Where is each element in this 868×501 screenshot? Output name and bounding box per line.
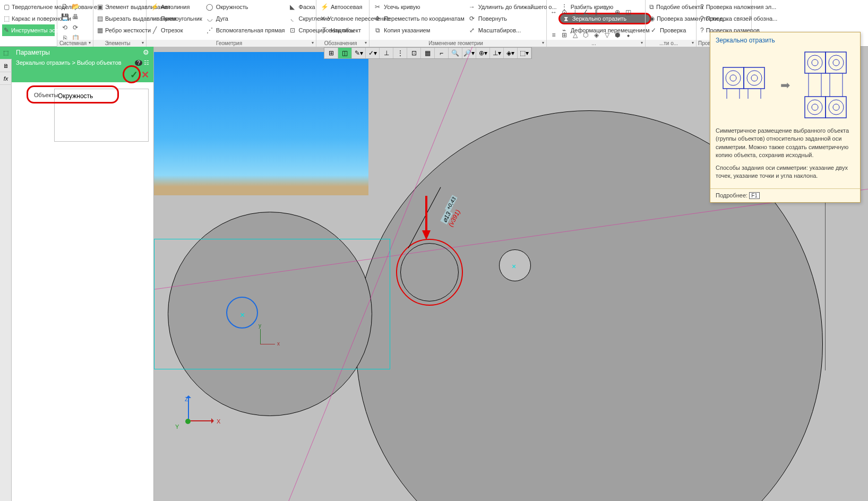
tb-13[interactable]: ⊥▾ (490, 48, 504, 58)
tb-3[interactable]: ✎▾ (352, 48, 366, 58)
tb-7[interactable]: ⊡ (407, 48, 421, 58)
tooltip-title: Зеркально отразить (710, 32, 860, 48)
svg-point-7 (751, 75, 758, 81)
svg-point-6 (747, 71, 762, 85)
tb-10[interactable]: 🔍 (449, 48, 462, 58)
solid-modeling-btn[interactable]: ▢Твердотельное моделирование (2, 1, 55, 13)
move-icon: ✥ (373, 14, 382, 23)
cut-extrude-btn[interactable]: ▤Вырезать выдавливанием (96, 13, 144, 24)
print-icon: 🖶 (72, 13, 79, 21)
open-btn[interactable]: 📂 (70, 1, 81, 12)
cancel-btn[interactable]: ✕ (141, 69, 149, 81)
link-check-btn[interactable]: ?Проверка связей обозна... (699, 13, 749, 24)
save-btn[interactable]: 💾 (59, 12, 70, 22)
rect-icon: ▭ (150, 14, 159, 23)
check-btn[interactable]: ✓Проверка (648, 24, 694, 36)
tb-1[interactable]: ⊞ (324, 48, 338, 58)
dim-icon: ⊙ (561, 8, 568, 16)
tree-tab[interactable]: 🗎 (0, 59, 12, 72)
dim4-btn[interactable]: ∠ (581, 1, 590, 23)
rectangle-btn[interactable]: ▭Прямоугольник (149, 13, 204, 24)
dim7-btn[interactable]: ⊕ (613, 1, 622, 23)
undo-btn[interactable]: ⟲ (59, 22, 70, 33)
extend-btn[interactable]: →Удлинить до ближайшего о... (466, 1, 558, 13)
print-btn[interactable]: 🖶 (70, 12, 81, 22)
tb-2[interactable]: ◫ (338, 48, 352, 58)
tb-4[interactable]: ✓▾ (366, 48, 380, 58)
copy-point-btn[interactable]: ⧉Копия указанием (372, 24, 466, 36)
redo-btn[interactable]: ⟳ (70, 22, 81, 33)
line-icon: ╱ (150, 26, 159, 34)
dim5-btn[interactable]: ∥ (591, 1, 601, 23)
rotate-btn[interactable]: ⟳Повернуть (466, 13, 558, 24)
rib-btn[interactable]: ▦Ребро жесткости (96, 24, 144, 36)
dim-icon: ↔ (551, 8, 557, 16)
new-btn[interactable]: 🗋 (59, 1, 70, 12)
fx-tab[interactable]: fx (0, 72, 12, 85)
extrude-btn[interactable]: ▣Элемент выдавливания (96, 1, 144, 13)
project-icon: ⊡ (288, 26, 297, 34)
tb-8[interactable]: ▦ (421, 48, 435, 58)
overlap-check-btn[interactable]: ?Проверка наложения эл... (699, 1, 749, 13)
tb-6[interactable]: ⋮ (393, 48, 407, 58)
sky-background (154, 52, 368, 195)
wireframe-btn[interactable]: ⬚Каркас и поверхности (2, 13, 55, 24)
dim-icon: ⊕ (614, 8, 621, 16)
move-coord-btn[interactable]: ✥Переместить по координатам (372, 13, 466, 24)
svg-point-26 (829, 100, 844, 115)
selected-circle-highlight (396, 239, 463, 306)
tb-12[interactable]: ⊕▾ (476, 48, 490, 58)
similar-group-label: ...ти о...▾ (646, 40, 696, 47)
dim1-btn[interactable]: ↔ (549, 1, 558, 23)
tree-icon[interactable]: ☷ (144, 59, 149, 66)
objects-section: Объекты: Окружность (12, 82, 153, 148)
trim-btn[interactable]: ✂Усечь кривую (372, 1, 466, 13)
panel-header: Параметры ⚙ (12, 47, 153, 58)
svg-point-14 (807, 55, 822, 70)
dim-icon: ◈ (593, 31, 599, 39)
edit-group-label: Изменение геометрии▾ (369, 40, 546, 47)
undo-icon: ⟲ (61, 23, 68, 32)
params-tab[interactable]: ⬚ (0, 47, 12, 59)
chamfer-icon: ◣ (288, 3, 297, 11)
copy2-icon: ⧉ (373, 26, 382, 34)
help-icon[interactable]: ? (135, 60, 142, 66)
auto-axis-btn[interactable]: ⚡Автоосевая (319, 1, 367, 13)
dim3-btn[interactable]: ⊥ (570, 1, 580, 23)
circle-btn[interactable]: ◯Окружность (204, 1, 287, 13)
similar-btn[interactable]: ⧉Подобие объекта (648, 1, 694, 13)
dim-icon: ⬡ (582, 31, 589, 39)
file-icon: 🗋 (61, 2, 68, 11)
scale-btn[interactable]: ⤢Масштабиров... (466, 24, 558, 36)
cube-icon: ▢ (4, 3, 10, 11)
extrude-icon: ▣ (97, 3, 103, 11)
dim6-btn[interactable]: ⌒ (602, 1, 612, 23)
axis-icon: ⚡ (320, 3, 329, 11)
circle-icon: ◯ (205, 3, 214, 11)
tb-14[interactable]: ◈▾ (504, 48, 518, 58)
help-icon: ? (700, 14, 704, 23)
axis-y-label: Y (175, 424, 179, 430)
aux-line-btn[interactable]: ⋰Вспомогательная прямая (204, 24, 287, 36)
dim8-btn[interactable]: ◫ (623, 1, 633, 23)
gear-icon[interactable]: ⚙ (143, 48, 149, 56)
objects-label: Объекты: (34, 92, 59, 98)
check-icon: ✓ (649, 26, 658, 34)
closed-check-btn[interactable]: ◉Проверка замкнутости д... (648, 13, 694, 24)
tb-5[interactable]: ⊥ (380, 48, 393, 58)
axis-z-label: Z (185, 396, 188, 402)
arc-btn[interactable]: ◡Дуга (204, 13, 287, 24)
tb-9[interactable]: ⌐ (435, 48, 449, 58)
dim-icon: ⬥ (625, 31, 631, 39)
cond-intersect-btn[interactable]: ✕Условное пересечение (319, 13, 367, 24)
segment-btn[interactable]: ╱Отрезок (149, 24, 204, 36)
svg-point-17 (833, 59, 839, 66)
autoline-btn[interactable]: ⚡Автолиния (149, 1, 204, 13)
sketch-tools-btn[interactable]: ✎Инструменты эскиза (2, 24, 55, 36)
svg-point-4 (726, 71, 741, 85)
dims-group-label: ...▾ (547, 40, 645, 47)
dim2-btn[interactable]: ⊙ (560, 1, 569, 23)
tb-15[interactable]: ⬚▾ (518, 48, 531, 58)
scale-icon: ⤢ (468, 26, 476, 34)
text-btn[interactable]: TНадпись (319, 24, 367, 36)
